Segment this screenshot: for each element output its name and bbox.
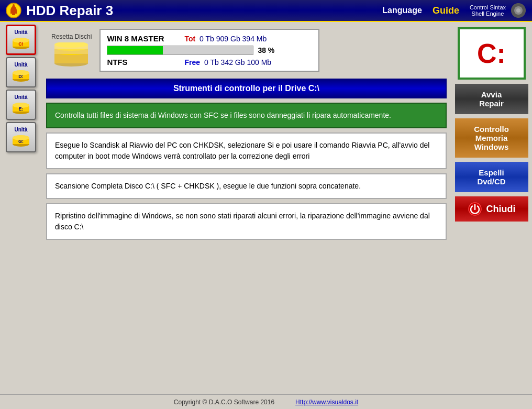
- right-sidebar: C: Avvia Repair Controllo Memoria Window…: [451, 22, 532, 409]
- resetta-dischi-label: Resetta Dischi: [51, 33, 92, 40]
- drive-e-label: Unità: [15, 94, 28, 100]
- drive-c-button[interactable]: Unità C!: [6, 25, 36, 55]
- tool-ripristino-button[interactable]: Ripristino dell'immagine di Windows, se …: [46, 203, 447, 240]
- drive-d-button[interactable]: Unità D:: [6, 57, 36, 87]
- app-header: HDD Repair 3 Language Guide Control Sint…: [0, 0, 532, 22]
- drive-g-label: Unità: [15, 127, 28, 132]
- svg-rect-7: [517, 15, 519, 18]
- website-link[interactable]: Http://www.visualdos.it: [295, 399, 358, 406]
- drive-c-icon: C!: [12, 36, 30, 51]
- controllo-memoria-button[interactable]: Controllo Memoria Windows: [455, 118, 528, 158]
- disk-stats-panel: WIN 8 MASTER Tot 0 Tb 909 Gb 394 Mb 38 %…: [99, 29, 319, 72]
- espelli-line1: Espelli: [459, 168, 524, 177]
- chiudi-label: Chiudi: [486, 204, 516, 215]
- svg-text:G:: G:: [18, 139, 24, 144]
- tool-scan-complete-button[interactable]: Scansione Completa Disco C:\ ( SFC + CHK…: [46, 173, 447, 199]
- app-title: HDD Repair 3: [26, 3, 382, 19]
- tools-title: Strumenti di controllo per il Drive C:\: [46, 79, 447, 98]
- svg-text:E:: E:: [19, 106, 24, 112]
- free-value: 0 Tb 342 Gb 100 Mb: [204, 58, 271, 67]
- espelli-line2: Dvd/CD: [459, 177, 524, 186]
- disk-info-row: Resetta Dischi WIN 8 MASTER Tot 0 Tb 909…: [46, 26, 447, 74]
- avvia-repair-line1: Avvia: [459, 90, 524, 99]
- svg-point-5: [516, 8, 520, 13]
- svg-rect-8: [511, 9, 514, 12]
- copyright-label: Copyright © D.A.C.O Software 2016: [174, 399, 274, 406]
- tool-sfc-button[interactable]: Controlla tutti files di sistema di Wind…: [46, 103, 447, 128]
- controllo-line2: Memoria: [459, 134, 524, 142]
- espelli-dvd-button[interactable]: Espelli Dvd/CD: [455, 162, 528, 192]
- tot-value: 0 Tb 909 Gb 394 Mb: [199, 35, 267, 43]
- center-content: Resetta Dischi WIN 8 MASTER Tot 0 Tb 909…: [42, 22, 451, 409]
- drive-e-icon: E:: [12, 101, 30, 116]
- guide-button[interactable]: Guide: [433, 5, 459, 16]
- drive-c-display: C:: [458, 27, 526, 80]
- progress-pct: 38 %: [258, 46, 274, 54]
- controllo-line1: Controllo: [459, 125, 524, 134]
- left-sidebar: Unità C! Unità D: Unità: [0, 22, 42, 409]
- language-button[interactable]: Language: [382, 6, 422, 15]
- tot-label: Tot: [184, 35, 195, 43]
- controllo-line3: Windows: [459, 142, 524, 151]
- svg-rect-9: [523, 9, 526, 12]
- avvia-repair-line2: Repair: [459, 99, 524, 108]
- avvia-repair-button[interactable]: Avvia Repair: [455, 84, 528, 114]
- svg-rect-1: [12, 14, 15, 15]
- gear-icon[interactable]: [510, 2, 527, 19]
- alarm-icon: [5, 2, 22, 19]
- drive-g-icon: G:: [12, 134, 30, 148]
- chiudi-button[interactable]: Chiudi: [455, 196, 528, 222]
- drive-g-button[interactable]: Unità G:: [6, 122, 36, 152]
- footer: Copyright © D.A.C.O Software 2016 Http:/…: [0, 394, 532, 409]
- tool-chkdsk-button[interactable]: Esegue lo Scandisk al Riavvio del PC con…: [46, 132, 447, 169]
- control-sintax-label: Control Sintax Shell Engine: [470, 4, 506, 17]
- free-label: Free: [184, 58, 200, 67]
- disk-stack-icon: [52, 42, 91, 68]
- drive-e-button[interactable]: Unità E:: [6, 90, 36, 120]
- drive-d-label: Unità: [15, 62, 28, 68]
- progress-bar-fill: [107, 46, 163, 54]
- svg-text:D:: D:: [18, 74, 24, 79]
- svg-point-2: [13, 4, 15, 6]
- svg-text:C!: C!: [18, 41, 24, 47]
- main-container: Unità C! Unità D: Unità: [0, 22, 532, 409]
- drive-c-display-letter: C:: [477, 38, 506, 69]
- drive-c-label: Unità: [15, 29, 28, 35]
- svg-rect-6: [517, 3, 519, 6]
- drive-name: WIN 8 MASTER: [107, 34, 180, 43]
- power-icon: [468, 202, 482, 216]
- drive-d-icon: D:: [12, 69, 30, 83]
- fs-type: NTFS: [107, 58, 180, 67]
